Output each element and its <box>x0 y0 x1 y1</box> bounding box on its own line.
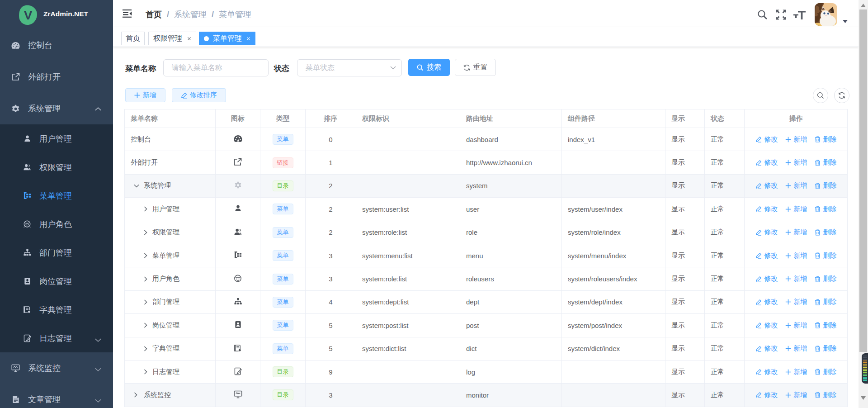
svg-text:V: V <box>24 8 33 22</box>
